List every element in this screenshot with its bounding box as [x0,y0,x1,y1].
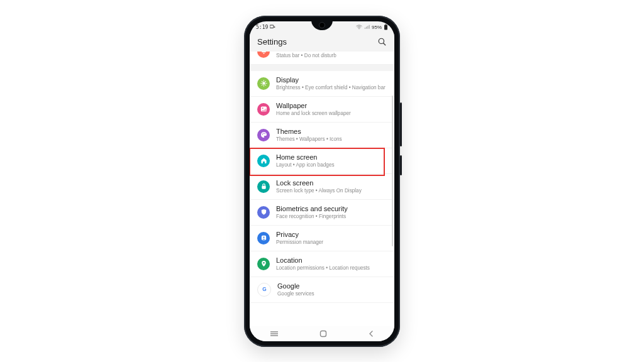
row-title: Privacy [276,231,323,239]
themes-icon [257,129,270,141]
row-title: Display [276,76,386,84]
svg-rect-0 [270,25,274,28]
row-subtitle: Home and lock screen wallpaper [276,111,351,117]
settings-row-location[interactable]: LocationLocation permissions • Location … [250,251,394,277]
row-subtitle: Location permissions • Location requests [276,265,370,272]
svg-point-1 [358,28,359,29]
row-title: Location [276,256,370,265]
row-subtitle: Permission manager [276,239,323,246]
notifications-icon [257,52,270,58]
settings-row-notifications[interactable]: NotificationsStatus bar • Do not disturb [250,52,394,65]
tab-indicator-icon [270,25,275,31]
phone-screen: 5:19 95% [250,21,394,341]
app-header: Settings [250,33,394,52]
svg-rect-3 [386,24,387,25]
row-subtitle: Face recognition • Fingerprints [276,214,348,220]
row-subtitle: Google services [277,291,314,297]
wifi-icon [356,25,362,31]
row-title: Google [277,282,314,290]
row-subtitle: Themes • Wallpapers • Icons [276,136,342,143]
display-icon [257,77,270,90]
settings-row-display[interactable]: DisplayBrightness • Eye comfort shield •… [250,71,394,97]
settings-row-privacy[interactable]: PrivacyPermission manager [250,226,394,251]
row-subtitle: Layout • App icon badges [276,162,335,168]
row-title: Home screen [276,153,335,162]
phone-frame: 5:19 95% [244,16,400,347]
home-screen-icon [257,155,270,167]
settings-row-biometrics[interactable]: Biometrics and securityFace recognition … [250,200,394,226]
row-subtitle: Brightness • Eye comfort shield • Naviga… [276,85,386,91]
row-subtitle: Status bar • Do not disturb [276,53,336,59]
row-title: Themes [276,128,342,136]
status-bar: 5:19 95% [250,21,394,33]
battery-icon [384,24,388,31]
status-time: 5:19 [256,25,268,30]
nav-recent-button[interactable] [270,331,279,337]
row-title: Wallpaper [276,102,351,110]
svg-point-4 [379,38,384,43]
row-title: Lock screen [276,179,362,187]
row-title: Biometrics and security [276,205,348,213]
row-subtitle: Screen lock type • Always On Display [276,188,362,194]
volume-button [400,102,402,146]
lock-screen-icon [257,180,270,193]
settings-row-home-screen[interactable]: Home screenLayout • App icon badges [250,148,394,174]
power-button [400,155,402,175]
wallpaper-icon [257,103,270,116]
scrollbar[interactable] [392,96,393,246]
settings-row-lock-screen[interactable]: Lock screenScreen lock type • Always On … [250,174,394,200]
settings-row-google[interactable]: GoogleGoogle services [250,277,394,303]
google-icon [257,283,271,297]
privacy-icon [257,232,270,244]
svg-rect-2 [384,25,387,30]
section-divider [250,65,394,71]
settings-row-themes[interactable]: ThemesThemes • Wallpapers • Icons [250,123,394,148]
settings-row-wallpaper[interactable]: WallpaperHome and lock screen wallpaper [250,97,394,123]
settings-list[interactable]: NotificationsStatus bar • Do not disturb… [250,52,394,326]
location-icon [257,258,270,270]
svg-rect-5 [320,331,326,336]
nav-back-button[interactable] [368,330,374,337]
android-nav-bar [250,326,394,341]
row-title: Notifications [276,52,336,52]
page-title: Settings [257,37,287,47]
nav-home-button[interactable] [319,330,327,337]
signal-icon [364,25,370,31]
battery-pct: 95% [372,25,382,30]
search-button[interactable] [377,37,387,47]
biometrics-icon [257,206,270,219]
canvas: 5:19 95% [0,0,644,362]
